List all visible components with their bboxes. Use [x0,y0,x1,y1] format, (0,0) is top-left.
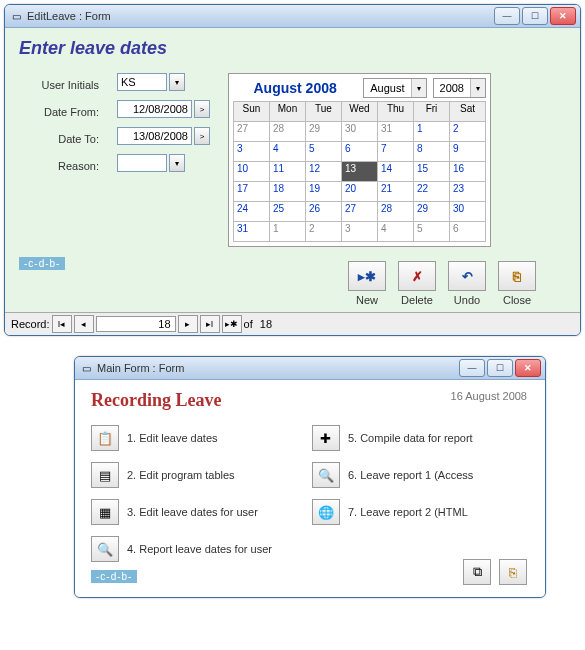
exit-button[interactable]: ⎘ [499,559,527,585]
delete-label: Delete [401,294,433,306]
calendar-day[interactable]: 24 [234,202,270,222]
calendar-day[interactable]: 3 [342,222,378,242]
copy-forms-button[interactable]: ⧉ [463,559,491,585]
menu-item: ▦ 3. Edit leave dates for user [91,499,272,525]
calendar-day[interactable]: 26 [306,202,342,222]
form-icon: ▭ [79,361,93,375]
last-record-button[interactable]: ▸I [200,315,220,333]
menu-item: 🌐 7. Leave report 2 (HTML [312,499,473,525]
calendar-day[interactable]: 3 [234,142,270,162]
calendar-day[interactable]: 5 [306,142,342,162]
date-from-picker-button[interactable]: > [194,100,210,118]
user-initials-dropdown-button[interactable]: ▾ [169,73,185,91]
calendar-day[interactable]: 15 [414,162,450,182]
close-button[interactable]: ✕ [550,7,576,25]
minimize-button[interactable]: — [459,359,485,377]
calendar-grid: SunMonTueWedThuFriSat2728293031123456789… [233,101,486,242]
menu-button-1[interactable]: 📋 [91,425,119,451]
calendar-day[interactable]: 20 [342,182,378,202]
calendar-day[interactable]: 11 [270,162,306,182]
calendar-day[interactable]: 30 [342,122,378,142]
calendar-day[interactable]: 18 [270,182,306,202]
year-select[interactable]: 2008▾ [433,78,486,98]
date-to-picker-button[interactable]: > [194,127,210,145]
date-to-input[interactable] [117,127,192,145]
calendar-day[interactable]: 2 [306,222,342,242]
current-date: 16 August 2008 [451,390,527,402]
minimize-button[interactable]: — [494,7,520,25]
calendar-day[interactable]: 17 [234,182,270,202]
prev-record-button[interactable]: ◂ [74,315,94,333]
chevron-down-icon[interactable]: ▾ [411,79,426,97]
menu-button-7[interactable]: 🌐 [312,499,340,525]
calendar-day[interactable]: 13 [342,162,378,182]
month-select[interactable]: August▾ [363,78,426,98]
label-reason: Reason: [19,160,99,172]
calendar-day[interactable]: 9 [450,142,486,162]
calendar-day[interactable]: 25 [270,202,306,222]
menu-button-5[interactable]: ✚ [312,425,340,451]
calendar-day[interactable]: 12 [306,162,342,182]
editleave-window: ▭ EditLeave : Form — ☐ ✕ Enter leave dat… [4,4,581,336]
calendar-day[interactable]: 31 [378,122,414,142]
calendar-day[interactable]: 22 [414,182,450,202]
menu-item: 📋 1. Edit leave dates [91,425,272,451]
calendar-day[interactable]: 28 [270,122,306,142]
maximize-button[interactable]: ☐ [522,7,548,25]
calendar-day[interactable]: 27 [342,202,378,222]
menu-item: ✚ 5. Compile data for report [312,425,473,451]
user-initials-input[interactable] [117,73,167,91]
calendar: August 2008 August▾ 2008▾ SunMonTueWedTh… [228,73,491,247]
calendar-day[interactable]: 23 [450,182,486,202]
calendar-day[interactable]: 8 [414,142,450,162]
calendar-day[interactable]: 19 [306,182,342,202]
calendar-header: Sat [450,102,486,122]
calendar-day[interactable]: 31 [234,222,270,242]
chevron-down-icon[interactable]: ▾ [470,79,485,97]
calendar-header: Sun [234,102,270,122]
mainform-window: ▭ Main Form : Form — ☐ ✕ Recording Leave… [74,356,546,598]
window-title: EditLeave : Form [27,10,494,22]
reason-input[interactable] [117,154,167,172]
menu-button-6[interactable]: 🔍 [312,462,340,488]
calendar-day[interactable]: 29 [414,202,450,222]
menu-button-3[interactable]: ▦ [91,499,119,525]
calendar-day[interactable]: 2 [450,122,486,142]
cdb-tag: -c-d-b- [91,570,137,583]
calendar-day[interactable]: 27 [234,122,270,142]
calendar-day[interactable]: 5 [414,222,450,242]
close-button[interactable]: ✕ [515,359,541,377]
date-from-input[interactable] [117,100,192,118]
calendar-day[interactable]: 6 [450,222,486,242]
calendar-day[interactable]: 16 [450,162,486,182]
new-record-button[interactable]: ▸✱ [222,315,242,333]
calendar-day[interactable]: 4 [270,142,306,162]
next-record-button[interactable]: ▸ [178,315,198,333]
new-button[interactable]: ▸✱ [348,261,386,291]
calendar-day[interactable]: 7 [378,142,414,162]
delete-button[interactable]: ✗ [398,261,436,291]
first-record-button[interactable]: I◂ [52,315,72,333]
calendar-day[interactable]: 4 [378,222,414,242]
close-form-button[interactable]: ⎘ [498,261,536,291]
calendar-day[interactable]: 10 [234,162,270,182]
calendar-day[interactable]: 28 [378,202,414,222]
cdb-tag: -c-d-b- [19,257,65,270]
menu-item: 🔍 6. Leave report 1 (Access [312,462,473,488]
reason-dropdown-button[interactable]: ▾ [169,154,185,172]
undo-button[interactable]: ↶ [448,261,486,291]
calendar-day[interactable]: 1 [414,122,450,142]
calendar-day[interactable]: 14 [378,162,414,182]
menu-button-4[interactable]: 🔍 [91,536,119,562]
record-number-input[interactable] [96,316,176,332]
calendar-day[interactable]: 29 [306,122,342,142]
maximize-button[interactable]: ☐ [487,359,513,377]
titlebar[interactable]: ▭ EditLeave : Form — ☐ ✕ [5,5,580,28]
calendar-header: Wed [342,102,378,122]
calendar-day[interactable]: 21 [378,182,414,202]
calendar-day[interactable]: 1 [270,222,306,242]
calendar-day[interactable]: 30 [450,202,486,222]
titlebar[interactable]: ▭ Main Form : Form — ☐ ✕ [75,357,545,380]
calendar-day[interactable]: 6 [342,142,378,162]
menu-button-2[interactable]: ▤ [91,462,119,488]
